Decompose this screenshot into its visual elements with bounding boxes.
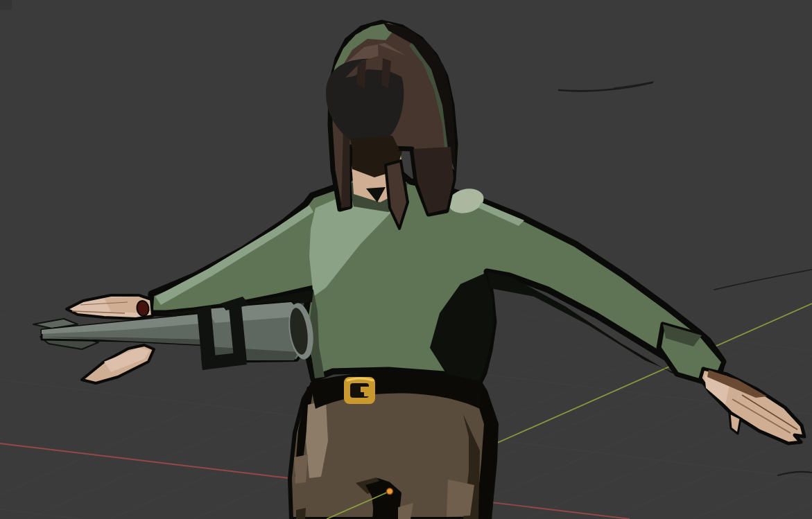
pants-right-leg-facet — [447, 480, 474, 517]
head[interactable] — [326, 22, 456, 229]
object-origin-dot[interactable] — [387, 489, 393, 495]
viewport-stage — [0, 0, 812, 519]
viewport-corner-panel-edge — [0, 0, 12, 10]
pants-hip-facet — [294, 455, 308, 484]
viewport-canvas[interactable] — [0, 0, 812, 519]
